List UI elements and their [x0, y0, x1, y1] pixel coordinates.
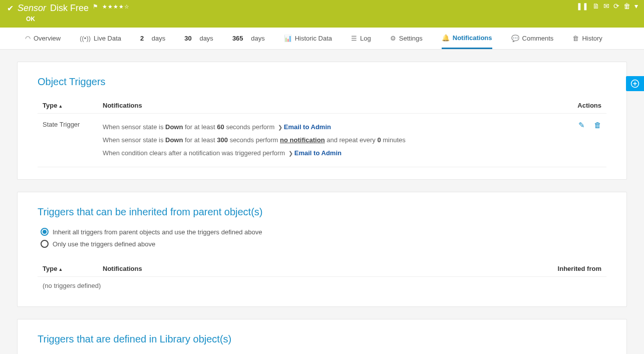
- tab-log[interactable]: ☰Log: [351, 28, 371, 49]
- tab-settings[interactable]: ⚙Settings: [390, 28, 423, 49]
- plus-circle-icon: [630, 79, 639, 88]
- tab-30-days[interactable]: 30 days: [184, 28, 213, 49]
- tab-label: days: [152, 35, 165, 42]
- trash-icon[interactable]: 🗑: [623, 2, 630, 10]
- tab-label: Overview: [34, 35, 61, 42]
- radio-icon: [41, 228, 49, 236]
- status-badge: OK: [26, 16, 637, 23]
- col-type-header[interactable]: Type▲: [43, 102, 103, 109]
- col-notifications-header[interactable]: Notifications: [103, 102, 561, 109]
- content-area: Object Triggers Type▲ Notifications Acti…: [0, 50, 644, 354]
- panel-inherited-triggers: Triggers that can be inherited from pare…: [17, 192, 627, 307]
- no-notification-link[interactable]: no notification: [280, 136, 325, 144]
- signal-icon: ((•)): [80, 35, 91, 42]
- tab-label: days: [251, 35, 264, 42]
- history-icon: 🗑: [572, 35, 579, 42]
- table-header: Type▲ Notifications Inherited from: [38, 261, 606, 277]
- tab-live-data[interactable]: ((•))Live Data: [80, 28, 121, 49]
- add-trigger-button[interactable]: [626, 76, 644, 91]
- chevron-down-icon[interactable]: ▾: [634, 2, 638, 10]
- tab-label: Historic Data: [295, 35, 332, 42]
- mail-icon[interactable]: ✉: [603, 2, 609, 10]
- col-inherited-header[interactable]: Inherited from: [531, 265, 601, 272]
- panel-object-triggers: Object Triggers Type▲ Notifications Acti…: [17, 62, 627, 180]
- inherit-radio-group: Inherit all triggers from parent objects…: [38, 228, 606, 248]
- tab-label: Live Data: [94, 35, 121, 42]
- edit-icon[interactable]: ✎: [578, 121, 585, 160]
- tab-historic-data[interactable]: 📊Historic Data: [284, 28, 332, 49]
- gear-icon: ⚙: [390, 35, 396, 42]
- sensor-prefix: Sensor: [18, 3, 46, 14]
- page-header: ✔ Sensor Disk Free ⚑ ★★★★☆ OK ❚❚ 🗎 ✉ ⟳ 🗑…: [0, 0, 644, 28]
- col-type-header[interactable]: Type▲: [43, 265, 103, 272]
- status-check-icon: ✔: [7, 4, 14, 13]
- table-row: State Trigger When sensor state is Down …: [38, 114, 606, 167]
- tab-label: days: [199, 35, 213, 42]
- sort-icon: ▲: [58, 104, 63, 109]
- empty-row: (no triggers defined): [38, 277, 606, 294]
- tab-label: Settings: [399, 35, 423, 42]
- tab-label: Log: [360, 35, 371, 42]
- tab-notifications[interactable]: 🔔Notifications: [442, 28, 492, 49]
- pause-icon[interactable]: ❚❚: [576, 2, 588, 10]
- tab-comments[interactable]: 💬Comments: [511, 28, 554, 49]
- tab-num: 2: [140, 35, 144, 42]
- panel-title: Object Triggers: [38, 76, 606, 88]
- tab-history[interactable]: 🗑History: [572, 28, 602, 49]
- comment-icon: 💬: [511, 35, 519, 42]
- stars-empty: ☆: [124, 4, 130, 10]
- delete-icon[interactable]: 🗑: [594, 121, 601, 160]
- radio-only-defined[interactable]: Only use the triggers defined above: [41, 240, 606, 248]
- gauge-icon: ◠: [25, 35, 31, 42]
- radio-label: Only use the triggers defined above: [53, 240, 155, 248]
- tab-num: 30: [184, 35, 191, 42]
- tab-label: Notifications: [453, 34, 492, 42]
- trigger-notifications: When sensor state is Down for at least 6…: [103, 121, 561, 160]
- col-notifications-header[interactable]: Notifications: [103, 265, 531, 272]
- tab-bar: ◠Overview ((•))Live Data 2 days 30 days …: [0, 28, 644, 50]
- chevron-right-icon: ❯: [278, 124, 282, 130]
- ticket-icon[interactable]: 🗎: [592, 2, 599, 10]
- panel-library-triggers: Triggers that are defined in Library obj…: [17, 319, 627, 354]
- notification-link[interactable]: Email to Admin: [294, 149, 342, 157]
- radio-label: Inherit all triggers from parent objects…: [53, 228, 262, 236]
- tab-2-days[interactable]: 2 days: [140, 28, 165, 49]
- header-actions: ❚❚ 🗎 ✉ ⟳ 🗑 ▾: [576, 2, 638, 10]
- tab-label: Comments: [522, 35, 554, 42]
- radio-icon: [41, 240, 49, 248]
- flag-icon[interactable]: ⚑: [93, 3, 98, 10]
- bell-icon: 🔔: [442, 34, 450, 42]
- chevron-right-icon: ❯: [288, 150, 293, 156]
- sort-icon: ▲: [58, 267, 63, 272]
- panel-title: Triggers that are defined in Library obj…: [38, 333, 606, 345]
- tab-num: 365: [232, 35, 243, 42]
- tab-label: History: [582, 35, 602, 42]
- notification-link[interactable]: Email to Admin: [284, 123, 331, 131]
- panel-title: Triggers that can be inherited from pare…: [38, 206, 606, 218]
- refresh-icon[interactable]: ⟳: [613, 2, 619, 10]
- stars-filled: ★★★★: [102, 4, 124, 10]
- col-actions-header: Actions: [561, 102, 601, 109]
- tab-365-days[interactable]: 365 days: [232, 28, 265, 49]
- row-actions: ✎ 🗑: [561, 121, 601, 160]
- trigger-type: State Trigger: [43, 121, 103, 160]
- sensor-name: Disk Free: [50, 3, 89, 14]
- tab-overview[interactable]: ◠Overview: [25, 28, 61, 49]
- rating-stars[interactable]: ★★★★☆: [102, 4, 130, 10]
- radio-inherit-all[interactable]: Inherit all triggers from parent objects…: [41, 228, 606, 236]
- chart-icon: 📊: [284, 35, 292, 42]
- list-icon: ☰: [351, 35, 357, 42]
- table-header: Type▲ Notifications Actions: [38, 98, 606, 114]
